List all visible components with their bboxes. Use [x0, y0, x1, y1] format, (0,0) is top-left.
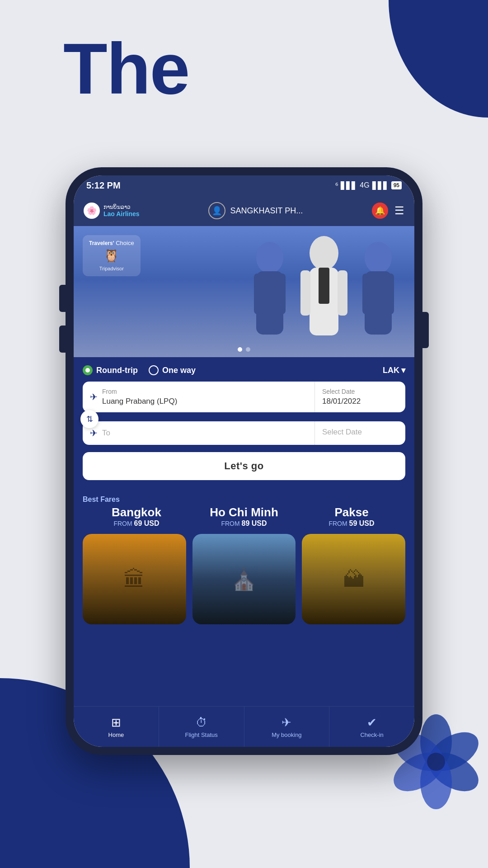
fare-card-ho-chi minh[interactable]: ⛪ [192, 534, 296, 624]
app-header: 🌸 ການບິນລາວ Lao Airlines 👤 SANGKHASIT PH… [74, 195, 414, 226]
main-heading: The [63, 27, 189, 110]
svg-rect-18 [362, 274, 369, 314]
lets-go-button[interactable]: Let's go [83, 452, 405, 480]
notification-icon[interactable]: 🔔 [372, 203, 388, 219]
travelers-choice-label: Travelers' [89, 240, 114, 246]
fare-dest-name: Pakse [298, 505, 405, 519]
nav-icon-check-in: ✔ [367, 716, 377, 730]
tripadvisor-badge: Travelers' Choice 🦉 Tripadvisor [83, 235, 141, 276]
nav-item-check-in[interactable]: ✔ Check-in [329, 707, 414, 747]
svg-rect-10 [279, 274, 286, 314]
status-bar: 5:12 PM ⁶ ▋▋▋ 4G ▋▋▋ 95 [74, 175, 414, 195]
from-date-label: Select Date [322, 388, 398, 395]
from-row: ✈ From Luang Prabang (LPQ) [90, 388, 307, 406]
fare-card-bangkok[interactable]: 🏛 [83, 534, 186, 624]
battery-indicator: 95 [391, 181, 402, 189]
round-trip-label: Round-trip [96, 366, 138, 375]
svg-point-7 [256, 242, 283, 274]
chevron-down-icon: ▾ [401, 365, 405, 375]
network-icon: 4G [360, 181, 369, 189]
nav-icon-flight-status: ⏱ [196, 716, 207, 730]
fare-card-illustration: ⛪ [192, 534, 296, 624]
from-label: From [102, 388, 177, 395]
logo-lao-text: ການບິນລາວ [103, 204, 140, 210]
round-trip-option[interactable]: Round-trip [83, 365, 138, 375]
phone-outer-frame: 5:12 PM ⁶ ▋▋▋ 4G ▋▋▋ 95 🌸 ການບິນລາວ Lao … [66, 167, 422, 755]
hero-banner: Travelers' Choice 🦉 Tripadvisor [74, 226, 414, 357]
svg-rect-9 [254, 274, 261, 314]
to-text-group: To [102, 429, 110, 438]
plane-takeoff-icon: ✈ [90, 392, 98, 402]
one-way-option[interactable]: One way [149, 365, 196, 375]
svg-rect-14 [338, 270, 347, 316]
header-user-area: 👤 SANGKHASIT PH... [208, 202, 303, 219]
bg-decoration-top-right [389, 0, 488, 118]
from-field[interactable]: ✈ From Luang Prabang (LPQ) [83, 382, 315, 412]
svg-rect-15 [319, 268, 329, 304]
fares-header-row: Bangkok FROM 69 USD Ho Chi Minh FROM 89 … [83, 505, 405, 528]
staff-illustration [234, 231, 414, 357]
from-card: ✈ From Luang Prabang (LPQ) Select Date 1… [83, 382, 405, 412]
svg-point-16 [365, 242, 392, 274]
nav-label-home: Home [108, 731, 124, 738]
nav-icon-home: ⊞ [111, 716, 121, 730]
svg-point-11 [310, 236, 338, 270]
currency-value: LAK [383, 366, 399, 375]
best-fares-label: Best Fares [83, 495, 405, 504]
phone-device: 5:12 PM ⁶ ▋▋▋ 4G ▋▋▋ 95 🌸 ການບິນລາວ Lao … [66, 167, 422, 755]
carousel-dot-1[interactable] [238, 347, 242, 352]
menu-icon[interactable]: ☰ [394, 204, 404, 217]
nav-item-my-booking[interactable]: ✈ My booking [244, 707, 330, 747]
to-row: ✈ To [90, 428, 307, 439]
svg-rect-13 [300, 270, 310, 316]
logo-airlines-text: Lao Airlines [103, 210, 140, 217]
swap-button[interactable]: ⇅ [80, 410, 99, 428]
tripadvisor-brand: Tripadvisor [99, 266, 124, 271]
to-field[interactable]: ✈ To [83, 421, 315, 445]
choice-label: Choice [116, 240, 134, 246]
from-text-group: From Luang Prabang (LPQ) [102, 388, 177, 406]
nav-label-check-in: Check-in [360, 731, 383, 738]
nav-icon-my-booking: ✈ [282, 716, 291, 730]
fare-card-illustration: 🏛 [83, 534, 186, 624]
user-name: SANGKHASIT PH... [230, 206, 303, 216]
carousel-dots [238, 347, 250, 352]
from-value: Luang Prabang (LPQ) [102, 397, 177, 406]
fares-grid: 🏛 ⛪ 🏔 [83, 534, 405, 624]
from-date-value: 18/01/2022 [322, 397, 398, 406]
status-time: 5:12 PM [86, 180, 121, 191]
best-fares-section: Best Fares Bangkok FROM 69 USD Ho Chi Mi… [74, 488, 414, 706]
tripadvisor-owl-icon: 🦉 [89, 248, 134, 263]
avatar: 👤 [208, 202, 225, 219]
trip-type-row: Round-trip One way LAK ▾ [83, 365, 405, 375]
trip-options: Round-trip One way [83, 365, 196, 375]
logo-area: 🌸 ການບິນລາວ Lao Airlines [84, 203, 140, 219]
fare-header-ho-chi minh: Ho Chi Minh FROM 89 USD [190, 505, 298, 528]
nav-item-flight-status[interactable]: ⏱ Flight Status [159, 707, 244, 747]
round-trip-radio[interactable] [83, 365, 93, 375]
fare-price-label: FROM 59 USD [298, 519, 405, 528]
carousel-dot-2[interactable] [246, 347, 250, 352]
bottom-nav: ⊞ Home ⏱ Flight Status ✈ My booking ✔ Ch… [74, 706, 414, 747]
svg-point-6 [427, 753, 445, 771]
cards-container: ✈ From Luang Prabang (LPQ) Select Date 1… [83, 382, 405, 445]
fare-card-pakse[interactable]: 🏔 [302, 534, 405, 624]
signal-icon: ▋▋▋ [341, 181, 357, 190]
plane-landing-icon: ✈ [90, 428, 98, 439]
fare-price-label: FROM 89 USD [190, 519, 298, 528]
nav-item-home[interactable]: ⊞ Home [74, 707, 159, 747]
to-placeholder: To [102, 429, 110, 438]
bluetooth-icon: ⁶ [335, 181, 338, 190]
to-date-field[interactable]: Select Date [315, 421, 405, 445]
currency-selector[interactable]: LAK ▾ [383, 365, 405, 375]
fare-card-illustration: 🏔 [302, 534, 405, 624]
header-actions: 🔔 ☰ [372, 203, 404, 219]
from-date-field[interactable]: Select Date 18/01/2022 [315, 382, 405, 412]
svg-rect-19 [387, 274, 394, 314]
one-way-radio[interactable] [149, 365, 159, 375]
nav-label-flight-status: Flight Status [185, 731, 217, 738]
fare-header-pakse: Pakse FROM 59 USD [298, 505, 405, 528]
fare-dest-name: Ho Chi Minh [190, 505, 298, 519]
to-date-placeholder: Select Date [322, 428, 398, 437]
search-panel: Round-trip One way LAK ▾ [74, 357, 414, 488]
